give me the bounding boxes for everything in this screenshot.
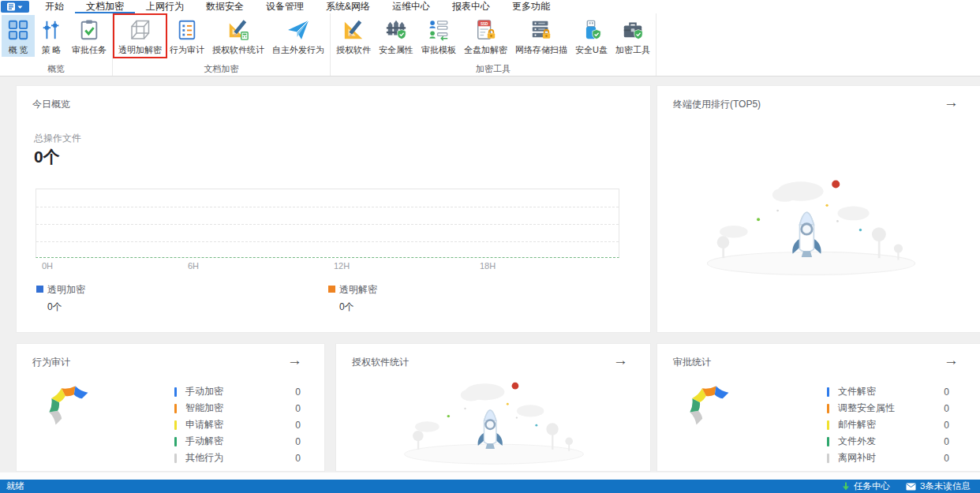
ribbon-item-transparent-crypt[interactable]: 透明加解密 [114,15,166,57]
app-logo-icon [6,2,24,11]
tab-device-management[interactable]: 设备管理 [255,0,315,13]
x-tick: 18H [480,261,496,271]
legend-label: 透明解密 [339,283,377,297]
tab-more-functions[interactable]: 更多功能 [501,0,561,13]
ribbon-group-overview: 概 览 策 略 审批任务 [0,13,113,76]
task-center-button[interactable]: 任务中心 [842,480,890,492]
crypt-toolbox-icon [622,19,644,41]
unread-messages-label: 3条未读信息 [920,480,971,492]
legend-row: 其他行为0 [174,450,301,466]
ribbon: 概 览 策 略 审批任务 [0,13,980,77]
ribbon-item-secure-usb[interactable]: 安全U盘 [571,15,612,57]
ribbon-item-security-attribute[interactable]: 安全属性 [375,15,417,57]
legend-value: 0个 [47,301,85,314]
dashboard-content: 今日概览 总操作文件 0个 0H 6H 12H 18H 透明加密 0个 透明 [0,77,980,480]
ribbon-item-full-disk-crypt[interactable]: SSD 全盘加解密 [460,15,511,57]
ribbon-item-label: 行为审计 [170,45,204,55]
security-attribute-fence-icon [385,19,407,41]
policy-sliders-icon [40,19,62,41]
legend-row: 手动解密0 [174,433,301,450]
envelope-icon [906,483,916,491]
x-tick: 6H [188,261,199,271]
ribbon-item-behavior-audit[interactable]: 行为审计 [166,15,208,57]
x-axis-ticks: 0H 6H 12H 18H [36,261,619,272]
tab-document-encryption[interactable]: 文档加密 [75,0,135,13]
ribbon-item-label: 透明加解密 [118,45,162,55]
empty-state-rocket-illustration [697,165,926,279]
ribbon-item-label: 策 略 [41,45,61,55]
legend-marker [36,286,43,293]
panel-arrow-link[interactable]: → [944,95,959,110]
ribbon-item-policy[interactable]: 策 略 [35,15,68,57]
approval-task-clipboard-icon [78,19,100,41]
panel-arrow-link[interactable]: → [287,353,302,368]
total-files-value: 0个 [34,146,60,168]
today-trend-chart [36,189,619,258]
task-center-label: 任务中心 [854,480,890,492]
ribbon-item-licensed-software-stats[interactable]: 授权软件统计 [208,15,268,57]
network-storage-scan-icon [530,19,552,41]
legend-transparent-decrypt: 透明解密 0个 [328,283,377,314]
ribbon-item-label: 加密工具 [615,45,650,55]
ribbon-item-label: 自主外发行为 [272,45,324,55]
total-files-label: 总操作文件 [34,132,81,145]
outgoing-paper-plane-icon [286,18,310,42]
behavior-audit-legend: 手动加密0 智能加密0 申请解密0 手动解密0 其他行为0 [174,383,301,466]
legend-row: 文件外发0 [827,433,949,450]
ribbon-group-label: 概览 [0,63,112,75]
legend-row: 调整安全属性0 [827,400,949,416]
overview-grid-icon [7,19,29,41]
ribbon-item-label: 授权软件 [336,45,371,55]
x-tick: 12H [334,261,350,271]
approval-stats-gauge-chart [687,382,738,432]
ribbon-item-label: 授权软件统计 [212,45,264,55]
ribbon-item-crypt-toolbox[interactable]: 加密工具 [612,15,654,57]
behavior-audit-gauge-chart [47,382,97,432]
tab-start[interactable]: 开始 [34,0,75,13]
ribbon-group-label: 加密工具 [331,63,656,75]
licensed-software-icon [342,19,365,41]
ribbon-item-label: 网络存储扫描 [515,45,567,55]
menu-bar: 开始 文档加密 上网行为 数据安全 设备管理 系统&网络 运维中心 报表中心 更… [0,0,980,13]
panel-approval-stats: 审批统计 → 文件解密0 调整安全属性0 邮件解密0 文件外发0 离网补时0 [656,343,980,472]
panel-terminal-rank: 终端使用排行(TOP5) → [656,85,980,333]
app-menu-button[interactable] [1,1,29,13]
legend-row: 手动加密0 [174,383,301,400]
ribbon-group-document-encryption: 透明加解密 行为审计 [113,13,331,76]
panel-title: 终端使用排行(TOP5) [673,98,761,111]
ribbon-item-network-storage-scan[interactable]: 网络存储扫描 [511,15,571,57]
panel-arrow-link[interactable]: → [944,353,959,368]
tab-data-security[interactable]: 数据安全 [195,0,255,13]
ribbon-item-licensed-software[interactable]: 授权软件 [332,15,375,57]
ribbon-group-encryption-tools: 授权软件 安全属性 [331,13,656,76]
ribbon-group-label: 文档加密 [113,63,330,75]
panel-title: 审批统计 [673,356,711,369]
status-ready-text: 就绪 [0,480,24,492]
approval-template-icon [428,19,450,41]
panel-arrow-link[interactable]: → [613,353,628,368]
status-bar: 就绪 任务中心 3条未读信息 [0,480,980,493]
panel-today-overview: 今日概览 总操作文件 0个 0H 6H 12H 18H 透明加密 0个 透明 [16,85,651,333]
tab-system-network[interactable]: 系统&网络 [315,0,381,13]
unread-messages-button[interactable]: 3条未读信息 [906,480,971,492]
legend-row: 申请解密0 [174,416,301,433]
legend-marker [328,286,335,293]
ribbon-item-approval-tasks[interactable]: 审批任务 [68,15,110,57]
ribbon-item-outgoing-behavior[interactable]: 自主外发行为 [268,15,328,57]
ribbon-spacer [656,13,980,76]
approval-stats-legend: 文件解密0 调整安全属性0 邮件解密0 文件外发0 离网补时0 [827,383,949,466]
tab-report-center[interactable]: 报表中心 [441,0,501,13]
tab-internet-behavior[interactable]: 上网行为 [135,0,195,13]
legend-value: 0个 [339,301,377,314]
legend-row: 离网补时0 [827,450,949,466]
ribbon-item-overview[interactable]: 概 览 [2,15,35,57]
ribbon-item-label: 安全属性 [379,45,413,55]
ribbon-item-label: 安全U盘 [575,45,608,55]
ribbon-item-approval-template[interactable]: 审批模板 [417,15,460,57]
legend-row: 智能加密0 [174,400,301,416]
tab-ops-center[interactable]: 运维中心 [381,0,441,13]
panel-software-stats: 授权软件统计 → [335,343,651,472]
empty-state-rocket-illustration [380,369,608,468]
panel-title: 行为审计 [32,356,70,369]
panel-behavior-audit: 行为审计 → 手动加密0 智能加密0 申请解密0 手动解密0 其他行为0 [16,343,325,472]
